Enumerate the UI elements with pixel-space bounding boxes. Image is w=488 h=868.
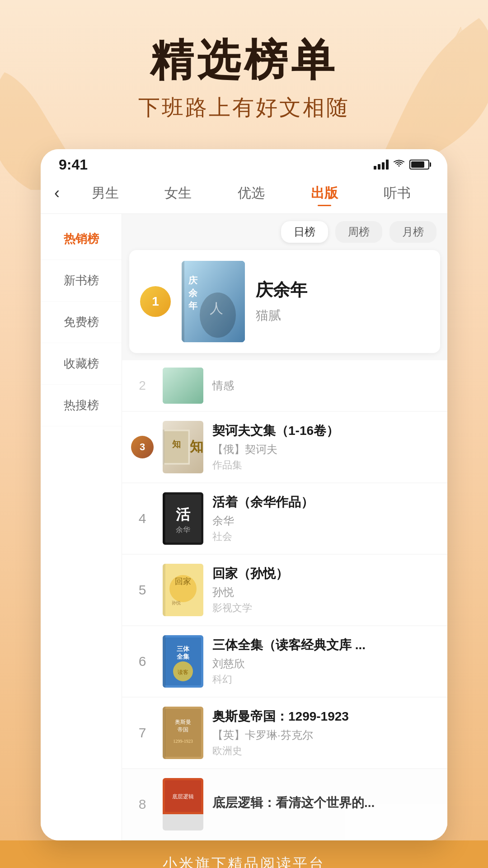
main-title: 精选榜单 xyxy=(0,36,488,84)
svg-text:孙悦: 孙悦 xyxy=(172,600,181,605)
status-icons xyxy=(374,159,429,170)
book-cover-partial xyxy=(163,368,203,404)
svg-text:活: 活 xyxy=(176,506,191,523)
nav-tab-male[interactable]: 男生 xyxy=(83,180,128,206)
book-info-8: 底层逻辑：看清这个世界的... xyxy=(212,794,438,814)
rank-badge-bronze: 3 xyxy=(131,436,154,458)
book-row-7[interactable]: 7 奥斯曼 帝国 1299-1923 奥斯曼帝国：1299-1923 【英】卡罗… xyxy=(122,698,447,768)
nav-tabs: 男生 女生 优选 出版 听书 xyxy=(69,180,434,206)
rank-num-6: 6 xyxy=(131,654,154,669)
book-cover-8: 底层逻辑 xyxy=(163,778,203,830)
rank-num-4: 4 xyxy=(131,511,154,526)
status-time: 9:41 xyxy=(59,156,88,173)
sort-tab-week[interactable]: 周榜 xyxy=(335,221,382,243)
svg-text:余华: 余华 xyxy=(176,526,190,533)
book-row-8[interactable]: 8 底层逻辑 底层逻辑：看清这个世界的... xyxy=(122,769,447,840)
main-list: 日榜 周榜 月榜 1 xyxy=(122,214,447,840)
svg-text:读客: 读客 xyxy=(178,669,188,675)
sub-title: 下班路上有好文相随 xyxy=(0,93,488,122)
sort-tab-month[interactable]: 月榜 xyxy=(389,221,436,243)
book-author-7: 【英】卡罗琳·芬克尔 xyxy=(212,728,438,742)
svg-text:帝国: 帝国 xyxy=(178,726,188,733)
book-title-3: 契诃夫文集（1-16卷） xyxy=(212,422,438,439)
status-bar: 9:41 xyxy=(41,149,447,177)
rank-number-1: 1 xyxy=(152,294,159,309)
book-author-3: 【俄】契诃夫 xyxy=(212,442,438,457)
book-cover-1: 庆 余 年 人 xyxy=(182,261,245,342)
book-cover-5: 回家 孙悦 xyxy=(163,564,203,616)
svg-text:全集: 全集 xyxy=(177,653,190,660)
book-genre-6: 科幻 xyxy=(212,673,438,686)
svg-text:1299-1923: 1299-1923 xyxy=(173,739,192,744)
book-title-4: 活着（余华作品） xyxy=(212,494,438,511)
sidebar-item-free[interactable]: 免费榜 xyxy=(41,302,122,343)
rank-num-8: 8 xyxy=(131,797,154,812)
book-info-5: 回家（孙悦） 孙悦 影视文学 xyxy=(212,565,438,615)
book-title-rank1: 庆余年 xyxy=(256,278,429,302)
svg-rect-11 xyxy=(163,368,203,404)
sidebar-item-hot[interactable]: 热销榜 xyxy=(41,218,122,260)
svg-rect-38 xyxy=(163,707,165,759)
book-title-8: 底层逻辑：看清这个世界的... xyxy=(212,794,438,811)
app-footer: 小米旗下精品阅读平台 xyxy=(0,840,488,868)
svg-rect-20 xyxy=(163,492,165,545)
book-author-5: 孙悦 xyxy=(212,585,438,599)
sidebar-item-new[interactable]: 新书榜 xyxy=(41,260,122,302)
book-cover-6: 三体 全集 读客 xyxy=(163,635,203,688)
book-genre-4: 社会 xyxy=(212,530,438,543)
book-row-6[interactable]: 6 三体 全集 读客 三体全集（读客经典文库 ... 刘慈欣 科幻 xyxy=(122,626,447,697)
nav-bar: ‹ 男生 女生 优选 出版 听书 xyxy=(41,177,447,214)
phone-mockup: 9:41 ‹ 男生 xyxy=(41,149,447,840)
footer-text: 小米旗下精品阅读平台 xyxy=(14,854,474,868)
book-row-4[interactable]: 4 活 余华 活着（余华作品） 余华 社会 xyxy=(122,483,447,554)
svg-rect-10 xyxy=(182,261,184,342)
sort-tabs: 日榜 周榜 月榜 xyxy=(122,214,447,250)
book-cover-img-qingyunian: 庆 余 年 人 xyxy=(182,261,245,342)
book-genre-3: 作品集 xyxy=(212,458,438,472)
header-section: 精选榜单 下班路上有好文相随 xyxy=(0,0,488,122)
rank-number-3: 3 xyxy=(140,441,145,453)
svg-text:三体: 三体 xyxy=(177,646,190,652)
nav-tab-audio[interactable]: 听书 xyxy=(375,180,420,206)
svg-rect-15 xyxy=(163,429,164,464)
book-author-4: 余华 xyxy=(212,514,438,528)
content-area: 热销榜 新书榜 免费榜 收藏榜 热搜榜 日榜 周榜 月榜 1 xyxy=(41,214,447,840)
signal-icon xyxy=(374,160,389,170)
book-info-7: 奥斯曼帝国：1299-1923 【英】卡罗琳·芬克尔 欧洲史 xyxy=(212,708,438,758)
book-cover-3: 知 xyxy=(163,421,203,473)
book-title-7: 奥斯曼帝国：1299-1923 xyxy=(212,708,438,725)
svg-text:年: 年 xyxy=(188,301,197,311)
nav-tab-publish[interactable]: 出版 xyxy=(302,180,347,206)
nav-tab-premium[interactable]: 优选 xyxy=(229,180,274,206)
svg-rect-34 xyxy=(165,709,201,757)
sidebar: 热销榜 新书榜 免费榜 收藏榜 热搜榜 xyxy=(41,214,122,840)
book-info-partial-2: 情感 xyxy=(212,378,438,393)
svg-rect-32 xyxy=(163,635,165,688)
book-info-rank1: 庆余年 猫腻 xyxy=(256,278,429,324)
book-info-4: 活着（余华作品） 余华 社会 xyxy=(212,494,438,543)
rank-num-2: 2 xyxy=(131,378,154,393)
svg-text:知: 知 xyxy=(172,439,181,449)
book-row-5[interactable]: 5 回家 孙悦 回家（孙悦） 孙悦 影视文学 xyxy=(122,555,447,625)
rank-badge-gold: 1 xyxy=(140,286,171,317)
back-button[interactable]: ‹ xyxy=(54,184,60,203)
book-card-rank1[interactable]: 1 庆 xyxy=(129,250,440,353)
rank-num-7: 7 xyxy=(131,725,154,741)
book-title-5: 回家（孙悦） xyxy=(212,565,438,582)
book-genre-partial-2: 情感 xyxy=(212,378,438,393)
sort-tab-day[interactable]: 日榜 xyxy=(281,221,328,243)
rank-num-5: 5 xyxy=(131,582,154,598)
book-author-6: 刘慈欣 xyxy=(212,656,438,671)
svg-text:底层逻辑: 底层逻辑 xyxy=(172,793,194,800)
book-genre-7: 欧洲史 xyxy=(212,744,438,758)
book-row-partial-2[interactable]: 2 情感 xyxy=(122,360,447,411)
sidebar-item-search[interactable]: 热搜榜 xyxy=(41,385,122,426)
book-info-3: 契诃夫文集（1-16卷） 【俄】契诃夫 作品集 xyxy=(212,422,438,472)
sidebar-item-collect[interactable]: 收藏榜 xyxy=(41,343,122,385)
svg-text:奥斯曼: 奥斯曼 xyxy=(175,719,191,725)
book-row-3[interactable]: 3 知 契诃夫文集（1-16卷） 【俄】契诃夫 作品集 xyxy=(122,412,447,482)
book-title-6: 三体全集（读客经典文库 ... xyxy=(212,637,438,654)
book-cover-4: 活 余华 xyxy=(163,492,203,545)
nav-tab-female[interactable]: 女生 xyxy=(155,180,201,206)
battery-icon xyxy=(409,160,429,170)
